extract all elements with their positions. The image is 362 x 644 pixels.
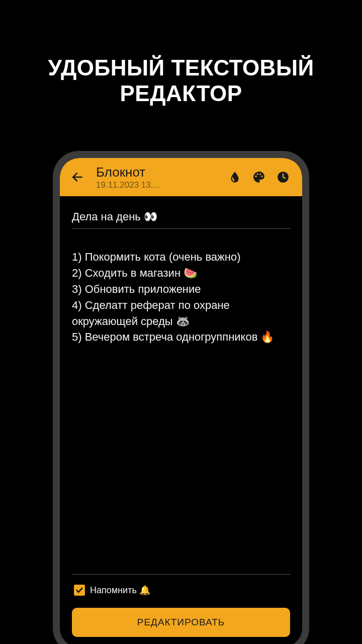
footer-area: Напомнить 🔔 РЕДАКТИРОВАТЬ: [60, 574, 302, 644]
checkmark-icon: [75, 586, 83, 594]
arrow-back-icon: [71, 171, 84, 184]
edit-button[interactable]: РЕДАКТИРОВАТЬ: [72, 608, 290, 637]
remind-row[interactable]: Напомнить 🔔: [72, 585, 290, 596]
app-bar: Блокнот 19.11.2023 13....: [60, 158, 302, 196]
promo-line-1: УДОБНЫЙ ТЕКСТОВЫЙ: [20, 55, 342, 81]
water-drop-icon: [228, 171, 241, 184]
footer-divider: [72, 574, 290, 575]
opacity-button[interactable]: [227, 169, 243, 185]
note-content-area: Дела на день 👀 1) Покормить кота (очень …: [60, 196, 302, 574]
app-bar-actions: [227, 169, 295, 185]
remind-checkbox[interactable]: [74, 585, 85, 596]
app-bar-title: Блокнот: [96, 165, 223, 180]
remind-label: Напомнить 🔔: [90, 585, 150, 596]
color-button[interactable]: [251, 169, 267, 185]
app-bar-subtitle: 19.11.2023 13....: [96, 180, 223, 190]
time-button[interactable]: [275, 169, 291, 185]
clock-icon: [277, 171, 290, 184]
note-title-input[interactable]: Дела на день 👀: [72, 210, 290, 229]
promo-headline: УДОБНЫЙ ТЕКСТОВЫЙ РЕДАКТОР: [0, 0, 362, 106]
palette-icon: [252, 171, 265, 184]
app-bar-title-group: Блокнот 19.11.2023 13....: [92, 165, 223, 190]
back-button[interactable]: [67, 167, 88, 188]
phone-mockup-frame: Блокнот 19.11.2023 13....: [53, 151, 309, 644]
note-body-input[interactable]: 1) Покормить кота (очень важно) 2) Сходи…: [72, 249, 290, 574]
phone-screen: Блокнот 19.11.2023 13....: [60, 158, 302, 644]
promo-line-2: РЕДАКТОР: [20, 81, 342, 107]
